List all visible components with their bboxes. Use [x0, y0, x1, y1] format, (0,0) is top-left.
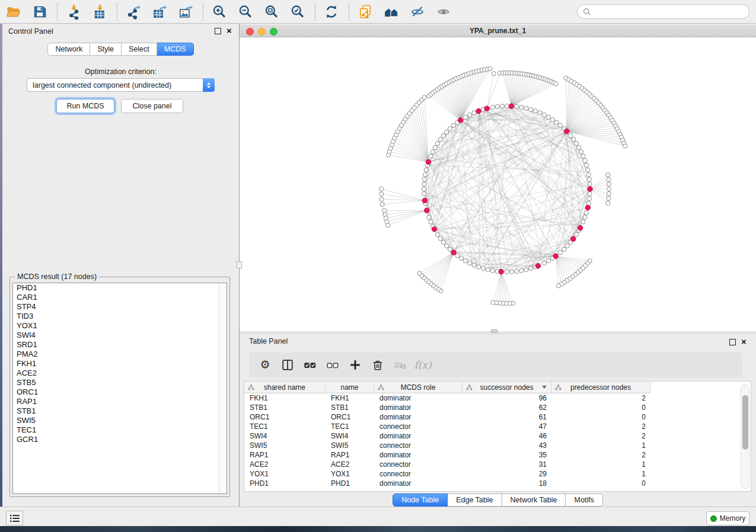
import-table-button[interactable] [91, 3, 109, 21]
select-all-checks-button[interactable] [302, 357, 318, 373]
close-panel-icon[interactable]: × [227, 25, 232, 36]
export-image-button[interactable] [177, 3, 194, 21]
export-network-button[interactable] [125, 3, 142, 21]
result-list-item[interactable]: PHD1 [13, 283, 227, 293]
cell-predecessor_nodes[interactable]: 1 [551, 460, 650, 469]
cell-successor_nodes[interactable]: 96 [462, 393, 551, 403]
cell-name[interactable]: FKH1 [326, 393, 374, 403]
result-list-item[interactable]: YOX1 [13, 321, 227, 331]
tab-edge-table[interactable]: Edge Table [448, 493, 502, 507]
cell-successor_nodes[interactable]: 29 [462, 469, 551, 479]
open-session-button[interactable] [5, 3, 23, 21]
mcds-result-list[interactable]: PHD1CAR1STP4TID3YOX1SWI4SRD1PMA2FKH1ACE2… [12, 283, 227, 494]
vertical-splitter-handle[interactable] [237, 261, 242, 268]
cell-name[interactable]: SWI4 [326, 431, 374, 441]
settings-gear-button[interactable]: ⚙ [257, 357, 273, 373]
cell-successor_nodes[interactable]: 31 [462, 460, 551, 469]
task-history-button[interactable] [6, 511, 23, 525]
cell-successor_nodes[interactable]: 61 [462, 412, 551, 422]
cell-name[interactable]: PHD1 [326, 479, 374, 488]
cell-mcds_role[interactable]: connector [374, 422, 462, 431]
zoom-fit-button[interactable] [263, 3, 280, 21]
table-row[interactable]: RAP1RAP1dominator352 [244, 450, 738, 460]
result-list-item[interactable]: SWI5 [13, 416, 227, 425]
cell-name[interactable]: STB1 [326, 403, 374, 412]
cell-shared_name[interactable]: ACE2 [244, 460, 326, 469]
tab-motifs[interactable]: Motifs [566, 493, 602, 507]
tab-select[interactable]: Select [122, 43, 157, 56]
table-row[interactable]: ORC1ORC1dominator610 [244, 412, 738, 422]
table-row[interactable]: SWI4SWI4dominator462 [244, 431, 738, 441]
deselect-all-checks-button[interactable] [325, 357, 340, 373]
table-row[interactable]: STB1STB1dominator620 [244, 403, 738, 412]
zoom-out-button[interactable] [237, 3, 254, 21]
memory-button[interactable]: Memory [706, 511, 749, 525]
cell-name[interactable]: TEC1 [326, 422, 374, 431]
delete-column-button[interactable] [370, 357, 385, 373]
zoom-in-button[interactable] [210, 3, 228, 21]
tab-mcds[interactable]: MCDS [157, 43, 194, 56]
cell-mcds_role[interactable]: connector [374, 460, 462, 469]
cell-shared_name[interactable]: STB1 [244, 403, 326, 412]
cell-predecessor_nodes[interactable]: 0 [551, 479, 650, 488]
save-session-button[interactable] [31, 3, 49, 21]
cell-successor_nodes[interactable]: 47 [462, 422, 551, 431]
result-list-item[interactable]: SRD1 [13, 340, 227, 350]
column-header-MCDS-role[interactable]: MCDS role [374, 382, 462, 393]
cell-mcds_role[interactable]: connector [374, 441, 462, 450]
cell-mcds_role[interactable]: dominator [374, 403, 462, 412]
column-header-shared-name[interactable]: shared name [244, 382, 326, 393]
network-canvas[interactable] [240, 37, 756, 331]
result-list-item[interactable]: STP4 [13, 302, 227, 312]
zoom-selected-button[interactable] [289, 3, 307, 21]
result-list-item[interactable]: TID3 [13, 312, 227, 321]
result-list-item[interactable]: FKH1 [13, 359, 227, 368]
cell-shared_name[interactable]: RAP1 [244, 450, 326, 460]
result-list-scrollbar[interactable] [219, 283, 227, 493]
cell-successor_nodes[interactable]: 18 [462, 479, 551, 488]
cell-name[interactable]: YOX1 [326, 469, 374, 479]
table-row[interactable]: YOX1YOX1connector291 [244, 469, 738, 479]
cell-predecessor_nodes[interactable]: 0 [551, 412, 650, 422]
cell-successor_nodes[interactable]: 62 [462, 403, 551, 412]
cell-mcds_role[interactable]: dominator [374, 479, 462, 488]
result-list-item[interactable]: RAP1 [13, 397, 227, 406]
hide-eye-button[interactable] [409, 3, 426, 21]
cell-name[interactable]: RAP1 [326, 450, 374, 460]
cell-mcds_role[interactable]: dominator [374, 450, 462, 460]
cell-shared_name[interactable]: FKH1 [244, 393, 326, 403]
add-column-button[interactable] [347, 357, 363, 373]
cell-predecessor_nodes[interactable]: 0 [551, 403, 650, 412]
table-row[interactable]: FKH1FKH1dominator962 [244, 393, 738, 403]
result-list-item[interactable]: STB1 [13, 406, 227, 416]
sort-menu-chevron-icon[interactable] [542, 386, 547, 389]
cell-mcds_role[interactable]: dominator [374, 393, 462, 403]
network-graph[interactable] [240, 37, 756, 331]
column-header-predecessor-nodes[interactable]: predecessor nodes [551, 382, 650, 393]
cell-predecessor_nodes[interactable]: 2 [551, 431, 650, 441]
float-table-panel-icon[interactable] [729, 339, 736, 345]
column-header-successor-nodes[interactable]: successor nodes [462, 382, 551, 393]
cell-successor_nodes[interactable]: 35 [462, 450, 551, 460]
duplicate-network-button[interactable] [356, 3, 374, 21]
cell-shared_name[interactable]: TEC1 [244, 422, 326, 431]
cell-predecessor_nodes[interactable]: 2 [551, 422, 650, 431]
cell-predecessor_nodes[interactable]: 1 [551, 441, 650, 450]
close-panel-button[interactable]: Close panel [121, 99, 183, 113]
cell-name[interactable]: ACE2 [326, 460, 374, 469]
table-row[interactable]: ACE2ACE2connector311 [244, 460, 738, 469]
result-list-item[interactable]: TEC1 [13, 425, 227, 435]
result-list-item[interactable]: ACE2 [13, 368, 227, 378]
column-view-button[interactable] [280, 357, 295, 373]
result-list-item[interactable]: SWI4 [13, 331, 227, 340]
cell-predecessor_nodes[interactable]: 2 [551, 393, 650, 403]
import-network-button[interactable] [65, 3, 82, 21]
run-mcds-button[interactable]: Run MCDS [56, 99, 114, 113]
result-list-item[interactable]: PMA2 [13, 350, 227, 359]
refresh-button[interactable] [323, 3, 340, 21]
result-list-item[interactable]: ORC1 [13, 387, 227, 397]
table-scrollbar[interactable] [741, 384, 749, 489]
network-window-titlebar[interactable]: YPA_prune.txt_1 [240, 25, 756, 37]
cell-name[interactable]: ORC1 [326, 412, 374, 422]
column-header-name[interactable]: name [326, 382, 374, 393]
